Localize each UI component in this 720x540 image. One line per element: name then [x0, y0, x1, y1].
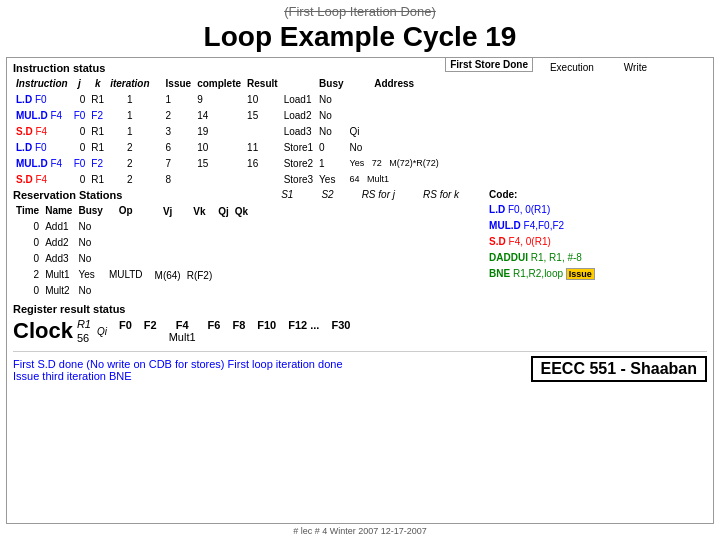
instr-j: 0 — [71, 171, 89, 187]
r1-value: 56 — [77, 331, 91, 345]
instr-iter: 1 — [107, 107, 152, 123]
instr-k: R1 — [88, 123, 107, 139]
instr-name: MUL.D F4 — [13, 107, 71, 123]
footer-line1: First S.D done (No write on CDB for stor… — [13, 358, 343, 370]
qi-label: Qi — [97, 326, 107, 337]
exec-row: 21415Load2No — [163, 107, 442, 123]
reg-val-f8 — [226, 331, 251, 343]
execution-table: Issue complete Result Busy Address 1910L… — [163, 75, 442, 187]
res-qj-header: Qj — [215, 203, 232, 219]
instr-name: L.D F0 — [13, 139, 71, 155]
page-wrapper: (First Loop Iteration Done) Loop Example… — [0, 0, 720, 540]
exec-row: 61011Store10No — [163, 139, 442, 155]
instr-k: R1 — [88, 91, 107, 107]
register-result-section: Register result status Clock R1 56 Qi F0 — [13, 303, 707, 345]
instruction-table: Instruction j k iteration L.D F0 0 R1 1 — [13, 75, 153, 187]
execution-section: Issue complete Result Busy Address 1910L… — [153, 75, 707, 187]
res-name-header: Name — [42, 202, 75, 218]
code-lines: L.D F0, 0(R1) MUL.D F4,F0,F2 S.D F4, 0(R… — [489, 202, 707, 282]
reg-f2: F2 — [138, 319, 163, 331]
reg-f30: F30 — [325, 319, 356, 331]
res-vj-row — [152, 235, 252, 251]
instr-j: 0 — [71, 91, 89, 107]
exec-result-header: Result — [244, 75, 281, 91]
instr-name: S.D F4 — [13, 171, 71, 187]
col-j: j — [71, 75, 89, 91]
res-row: 0Add3No — [13, 250, 146, 266]
instr-name: L.D F0 — [13, 91, 71, 107]
instr-j: 0 — [71, 123, 89, 139]
exec-issue-header: Issue — [163, 75, 195, 91]
code-line: S.D F4, 0(R1) — [489, 234, 707, 250]
instr-iter: 1 — [107, 91, 152, 107]
clock-label: Clock — [13, 318, 73, 344]
rsk-label: RS for k — [423, 189, 459, 200]
res-time-header: Time — [13, 202, 42, 218]
instr-iter: 2 — [107, 139, 152, 155]
exec-col-label: Execution — [550, 62, 594, 73]
reg-val-f0 — [113, 331, 138, 343]
exec-row: 71516Store21Yes 72 M(72)*R(72) — [163, 155, 442, 171]
instr-iter: 2 — [107, 155, 152, 171]
footer-text: First S.D done (No write on CDB for stor… — [13, 358, 343, 382]
combined-top: Instruction j k iteration L.D F0 0 R1 1 — [13, 75, 707, 187]
reservation-table: Time Name Busy Op 0Add1No 0Add2No 0Add3N… — [13, 202, 146, 298]
reg-f4: F4 — [163, 319, 202, 331]
footer-line2: Issue third iteration BNE — [13, 370, 343, 382]
left-col: Instruction j k iteration L.D F0 0 R1 1 — [13, 75, 153, 187]
instr-k: R1 — [88, 139, 107, 155]
first-store-done-badge: First Store Done — [445, 57, 533, 72]
col-k: k — [88, 75, 107, 91]
table-row: L.D F0 0 R1 2 — [13, 139, 153, 155]
res-left: Reservation Stations Time Name Busy Op 0… — [13, 189, 146, 298]
reg-f8: F8 — [226, 319, 251, 331]
reg-val-f12 — [282, 331, 325, 343]
instr-k: F2 — [88, 107, 107, 123]
res-vj-header: Vj — [152, 203, 184, 219]
code-line: BNE R1,R2,loop Issue — [489, 266, 707, 282]
code-line: L.D F0, 0(R1) — [489, 202, 707, 218]
reg-value-row: Mult1 — [113, 331, 356, 343]
register-result-label: Register result status — [13, 303, 707, 315]
res-row: 2Mult1YesMULTD — [13, 266, 146, 282]
reg-val-f10 — [251, 331, 282, 343]
res-busy-header: Busy — [75, 202, 105, 218]
res-vj-vk-table: Vj Vk Qj Qk M(64)R(F2) — [152, 203, 252, 299]
res-s-labels: S1 S2 RS for j RS for k — [251, 189, 459, 200]
clock-section: Clock R1 56 Qi — [13, 317, 107, 345]
res-vj-row: M(64)R(F2) — [152, 267, 252, 283]
table-row: L.D F0 0 R1 1 — [13, 91, 153, 107]
exec-load-header — [281, 75, 316, 91]
table-row: MUL.D F4 F0 F2 1 — [13, 107, 153, 123]
instr-iter: 1 — [107, 123, 152, 139]
exec-complete-header: complete — [194, 75, 244, 91]
bottom-bar: # lec # 4 Winter 2007 12-17-2007 — [6, 526, 714, 536]
issue-badge: Issue — [566, 268, 595, 280]
col-iter: iteration — [107, 75, 152, 91]
res-vj-row — [152, 219, 252, 235]
instr-k: R1 — [88, 171, 107, 187]
res-row: 0Add2No — [13, 234, 146, 250]
exec-row: 1910Load1No — [163, 91, 442, 107]
s1-label: S1 — [281, 189, 293, 200]
code-display: Code: L.D F0, 0(R1) MUL.D F4,F0,F2 S.D F… — [459, 189, 707, 282]
strikethrough-title: (First Loop Iteration Done) — [6, 4, 714, 19]
code-label: Code: — [489, 189, 707, 200]
instr-k: F2 — [88, 155, 107, 171]
col-instruction: Instruction — [13, 75, 71, 91]
reservation-section: Reservation Stations Time Name Busy Op 0… — [13, 189, 707, 299]
s2-label: S2 — [321, 189, 333, 200]
exec-busy-header: Busy — [316, 75, 346, 91]
res-qk-header: Qk — [232, 203, 251, 219]
res-row: 0Mult2No — [13, 282, 146, 298]
clock-sub-values: R1 56 — [77, 317, 91, 345]
write-col-label: Write — [624, 62, 647, 73]
reg-val-f6 — [202, 331, 227, 343]
reg-val-f2 — [138, 331, 163, 343]
res-middle: Vj Vk Qj Qk M(64)R(F2) — [146, 203, 252, 299]
reg-val-f30 — [325, 331, 356, 343]
instr-name: S.D F4 — [13, 123, 71, 139]
eecc-box: EECC 551 - Shaaban — [531, 356, 708, 382]
reg-f0: F0 — [113, 319, 138, 331]
rsj-label: RS for j — [362, 189, 395, 200]
